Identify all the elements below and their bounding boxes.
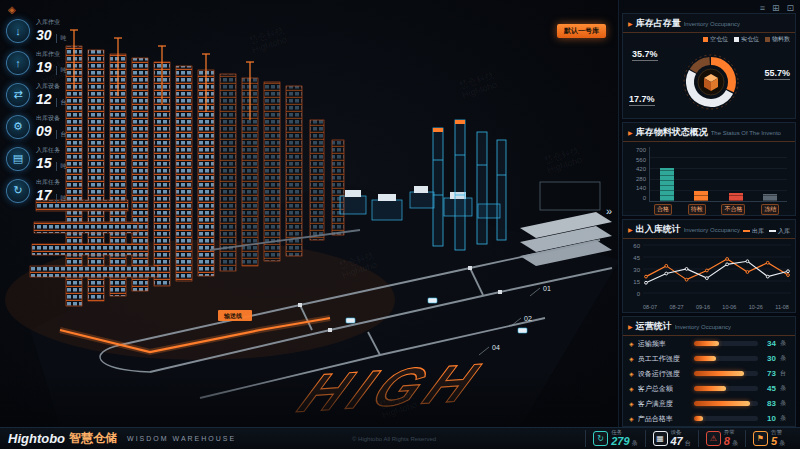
header-marker-icon: ▶ [628,20,633,27]
stat-item-inbound-tasks[interactable]: ▤ 入库任务 15吨 [6,146,67,171]
chip-unit: 台 [685,440,691,446]
chip-value: 47 [671,436,683,447]
stat-item-inbound-devices[interactable]: ⇄ 入库设备 12台 [6,82,67,107]
metric-bar [694,371,758,376]
stat-item-inbound-work[interactable]: ↓ 入库作业 30吨 [6,18,67,43]
donut-chart: 35.7% 55.7% 17.7% [623,44,795,120]
panel-subtitle: The Status Of The Inventory Item [711,130,781,136]
bar-frozen [763,194,777,201]
metric-label: 产品合格率 [638,414,690,424]
chip-unit: 条 [632,440,638,446]
window-controls: ≡ ⊞ ⊡ [760,3,794,13]
metric-value: 30 [762,354,776,363]
metric-bullet-icon: ◈ [629,355,634,362]
metric-label: 设备运行强度 [638,369,690,379]
brand-english: WISDOM WAREHOUSE [127,435,236,442]
logo-icon: ◈ [8,4,16,15]
warehouse-view-tag[interactable]: 默认一号库 [557,24,606,38]
panel-subtitle: Inventory Occupancy [684,21,740,27]
menu-icon[interactable]: ≡ [760,3,765,13]
chip-value: 5 [771,436,777,447]
bottom-bar: Hightobo 智慧仓储 WISDOM WAREHOUSE © Hightob… [0,427,800,449]
brand-chinese: 智慧仓储 [69,430,117,447]
metric-bar [694,386,758,391]
metric-row: ◈ 客户满意度 83 条 [623,396,795,411]
alert-icon: ⚠ [706,431,721,446]
stat-value: 15 [36,155,52,171]
metric-bullet-icon: ◈ [629,340,634,347]
stat-unit: 吨 [56,34,67,43]
stat-item-outbound-devices[interactable]: ⚙ 出库设备 09台 [6,114,67,139]
category-tag: 待检 [688,204,706,215]
fullscreen-icon[interactable]: ⊡ [786,3,794,13]
inventory-occupancy-card: ▶ 库存占存量 Inventory Occupancy 空仓位 实仓位 物料数 [622,13,796,119]
x-axis-label: 10-06 [722,304,736,310]
bar-categories: 合格 待检 不合格 冻结 [623,202,795,215]
right-panel: ▶ 库存占存量 Inventory Occupancy 空仓位 实仓位 物料数 [618,0,800,427]
chip-unit: 条 [779,440,785,446]
chip-value: 279 [611,436,629,447]
metric-value: 34 [762,339,776,348]
legend-swatch [765,37,770,42]
metric-unit: 条 [780,354,789,363]
stat-value: 30 [36,27,52,43]
inbound-tasks-icon: ▤ [6,147,30,171]
metric-row: ◈ 员工工作强度 30 条 [623,351,795,366]
panel-collapse-handle[interactable]: » [606,205,612,217]
bar-plot-area [649,147,787,202]
metric-bar [694,341,758,346]
stat-value: 09 [36,123,52,139]
metric-unit: 台 [780,369,789,378]
layout-icon[interactable]: ⊞ [772,3,780,13]
metric-bullet-icon: ◈ [629,415,634,422]
conveyor-tag-label: 输送线 [223,312,242,320]
status-chip-devices[interactable]: ▦ 设备 47台 [645,430,698,447]
metric-bar [694,356,758,361]
metric-label: 员工工作强度 [638,354,690,364]
stat-unit: 台 [56,98,67,107]
legend-swatch [703,37,708,42]
copyright: © Hightobo All Rights Reserved [352,436,436,442]
legend-item-empty[interactable]: 空仓位 [703,35,728,44]
percent-callout-materials: 17.7% [629,94,655,106]
legend-item-inbound[interactable]: 入库 [769,227,790,236]
occupancy-legend: 空仓位 实仓位 物料数 [623,33,795,44]
y-axis: 700560 420280 1400 [629,147,649,201]
inbound-work-icon: ↓ [6,19,30,43]
stat-value: 17 [36,187,52,203]
legend-item-materials[interactable]: 物料数 [765,35,790,44]
operations-metrics-card: ▶ 运营统计 Inventory Occupancy ◈ 运输频率 34 条 ◈… [622,316,796,427]
status-bar-chart: 700560 420280 1400 [623,142,795,202]
line-legend: 出库 入库 [743,227,790,236]
legend-item-outbound[interactable]: 出库 [743,227,764,236]
percent-callout-empty: 35.7% [632,49,658,61]
chip-value: 8 [724,436,730,447]
panel-title: 出入库统计 [636,223,681,236]
stat-label: 出库设备 [36,114,67,123]
status-chip-tasks[interactable]: ↻ 任务 279条 [585,430,644,447]
outbound-devices-icon: ⚙ [6,115,30,139]
stat-item-outbound-work[interactable]: ↑ 出库作业 19吨 [6,50,67,75]
percent-callout-filled: 55.7% [764,68,790,80]
stat-item-outbound-tasks[interactable]: ↻ 出库任务 17吨 [6,178,67,203]
status-chip-alarms[interactable]: ⚑ 告警 5条 [745,430,792,447]
panel-subtitle: Inventory Occupancy [675,324,731,330]
status-chip-exceptions[interactable]: ⚠ 异常 8条 [698,430,745,447]
dashboard-root: 01 02 04 输送线 HIGH 慧仓科技Hightobo 慧仓科技Hight… [0,0,800,449]
y-axis: 6045 3015 0 [625,243,640,297]
x-axis-label: 09-16 [696,304,710,310]
metric-bullet-icon: ◈ [629,370,634,377]
bar-qualified [660,168,674,201]
header-marker-icon: ▶ [628,323,633,330]
metric-value: 83 [762,399,776,408]
metric-bullet-icon: ◈ [629,385,634,392]
conveyor-tag: 输送线 [218,310,252,321]
legend-item-filled[interactable]: 实仓位 [734,35,759,44]
alarm-flag-icon: ⚑ [753,431,768,446]
stat-unit: 吨 [56,194,67,203]
inventory-status-card: ▶ 库存物料状态概况 The Status Of The Inventory I… [622,122,796,216]
metric-label: 运输频率 [638,339,690,349]
chip-unit: 条 [732,440,738,446]
metric-unit: 条 [780,384,789,393]
x-axis-labels: 08-07 08-27 09-16 10-06 10-26 11-08 [623,303,795,310]
